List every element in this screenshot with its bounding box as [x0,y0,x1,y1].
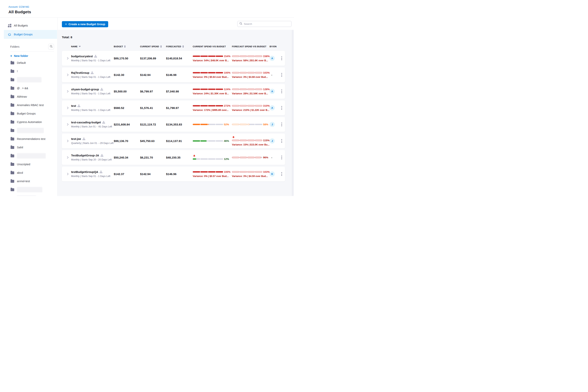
percent-label: 52% [224,123,229,126]
avatar: J [270,122,275,127]
budget-value: $142.37 [114,172,124,176]
progress-fill [193,140,200,142]
row-options-menu-icon[interactable] [280,88,283,94]
progress-fill [200,124,208,125]
folder-item-redacted[interactable] [0,186,58,194]
folder-item-sahil[interactable]: Sahil [0,143,58,152]
progress-fill [255,157,261,158]
progress-bar-segment [232,171,239,172]
column-header-label: CURRENT SPEND [140,45,159,48]
budget-group-name: test-joe [71,138,81,140]
folder-name: Unscripted [17,163,30,166]
budget-period-text: Monthly | Starts Sep 01 - 1 Days Left [71,76,114,78]
expand-chevron-icon[interactable] [66,90,69,93]
folder-item--[interactable]: @ . > && [0,84,58,92]
budget-value: $99,136.70 [114,139,128,142]
progress-bar-segment [255,56,262,57]
column-header-current-spend-v-s-budget[interactable]: CURRENT SPEND V/S BUDGET [193,45,232,48]
variance-text: Variance: 3% | $4.68 over Bud... [232,76,270,78]
byon-cell: K [270,172,278,176]
create-budget-group-button[interactable]: + Create a new Budget Group [62,21,108,27]
folder-item--[interactable]: ! [0,67,58,76]
progress-bar-segment [247,88,254,90]
folder-icon [10,62,14,64]
row-options-menu-icon[interactable] [280,72,283,78]
expand-chevron-icon[interactable] [66,156,69,159]
column-header-budget[interactable]: BUDGET [114,45,140,48]
progress-bar-segment [193,105,200,106]
folder-item-redacted[interactable] [0,126,58,135]
expand-chevron-icon[interactable] [66,106,69,109]
column-header-forecast-spend-v-s-budget[interactable]: FORECAST SPEND V/S BUDGET [232,45,270,48]
variance-text: Variance: 28% | $1.54K over B... [232,92,270,95]
folder-item-abcd[interactable]: abcd [0,168,58,177]
expand-chevron-icon[interactable] [66,172,69,176]
expand-cell [64,156,71,159]
progress-bar-segment [208,124,216,125]
expand-chevron-icon[interactable] [66,57,69,60]
folder-icon [10,146,14,149]
folder-item-default[interactable]: Default [0,58,58,67]
name-cell: test-cascading-budgetMonthly | Starts Ju… [71,121,114,128]
folder-icon [10,104,14,107]
row-options-menu-icon[interactable] [280,122,283,128]
name-cell: budgetsuryatestMonthly | Starts Sep 01 -… [71,55,114,62]
progress-bar-segment [247,72,254,74]
budget-value: $50,240.34 [114,156,128,159]
folder-item-recommendations-test[interactable]: Recommendations test [0,135,58,143]
folder-item-anomalies-rbac-test[interactable]: Anomalies RBAC test [0,101,58,109]
expand-chevron-icon[interactable] [66,74,69,76]
name-cell: testMonthly | Starts Sep 01 - 1 Days Lef… [71,104,114,112]
new-folder-button[interactable]: + New folder [10,54,58,58]
table-row: RajTestGroupMonthly | Starts Sep 01 - 1 … [62,68,285,82]
row-options-menu-icon[interactable] [280,105,283,111]
column-header-by-on[interactable]: BY/ON [270,45,278,48]
folder-search-button[interactable] [48,44,54,50]
table-row: test-cascading-budgetMonthly | Starts Ju… [62,117,285,132]
progress-bar-segment [216,88,223,90]
row-options-menu-icon[interactable] [280,154,283,160]
search-input[interactable] [244,22,290,25]
progress-bar-segment [240,157,247,158]
sidebar-item-label: All Budgets [14,24,28,27]
column-header-forecasted[interactable]: FORECASTED [166,45,193,48]
folder-item-abhinav[interactable]: Abhinav [0,92,58,101]
hierarchy-icon [100,88,103,91]
progress-fill [232,56,239,57]
progress-bar-segment [247,171,254,172]
folder-item-redacted[interactable] [0,152,58,160]
row-options-menu-icon[interactable] [280,55,283,61]
sidebar-item-all-budgets[interactable]: All Budgets [0,21,57,30]
current-vs-budget-cell: 52% [193,123,232,126]
folder-item-cypress-automation[interactable]: Cypress Automation [0,118,58,126]
current-spend-value: $45,750.63 [140,139,154,142]
folder-name-redacted [17,196,36,196]
percent-label: 103% [263,71,270,74]
folder-item-anmol-test[interactable]: anmol-test [0,177,58,186]
expand-chevron-icon[interactable] [66,140,69,142]
column-header-name[interactable]: NAME [71,45,114,48]
progress-fill [208,105,216,106]
row-options-menu-icon[interactable] [280,171,283,177]
budget-period-text: Monthly | Starts Sep 20 - 20 Days Left [71,158,114,161]
forecast-vs-budget-cell: 158%Variance: 58% | $51.6K over B... [232,55,270,62]
folder-item-redacted[interactable] [0,194,58,196]
expand-chevron-icon[interactable] [66,123,69,126]
progress-bar [232,171,262,172]
progress-fill [208,171,216,172]
folder-item-budget-groups[interactable]: Budget Groups [0,109,58,118]
sidebar-item-budget-groups[interactable]: Budget Groups [4,30,57,39]
progress-fill [255,72,262,74]
folder-item-unscripted[interactable]: Unscripted [0,160,58,168]
page-scrollbar[interactable] [292,30,294,196]
column-header-current-spend[interactable]: CURRENT SPEND [140,45,166,48]
account-breadcrumb-link[interactable]: Account: CCM-NG [8,6,294,8]
progress-bar [232,140,262,141]
folder-item-redacted[interactable] [0,76,58,84]
hierarchy-icon [91,72,94,74]
table-row: testBudgetGroupQAMonthly | Starts Sep 01… [62,166,285,182]
progress-bar-segment [232,105,239,106]
variance-text: Variance: 24% | $1.30K over B... [193,92,232,95]
row-options-menu-icon[interactable] [280,138,283,144]
budget-period-text: Monthly | Starts Sep 01 - 1 Days Left [71,175,114,178]
